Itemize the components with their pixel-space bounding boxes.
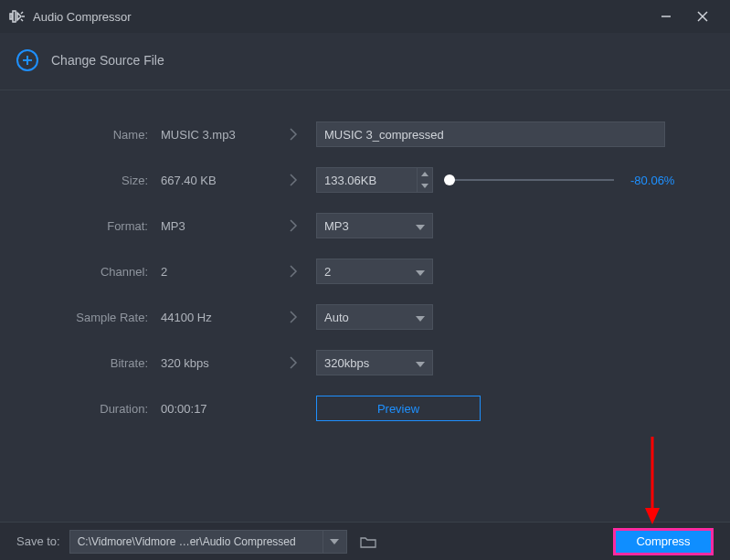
chevron-down-icon (416, 356, 425, 370)
save-to-label: Save to: (16, 534, 60, 548)
save-path-dropdown[interactable] (323, 530, 347, 554)
size-step-down[interactable] (418, 180, 432, 192)
preview-button[interactable]: Preview (316, 396, 481, 421)
svg-line-2 (21, 12, 23, 14)
row-duration: Duration: 00:00:17 Preview (24, 396, 706, 421)
arrow-icon (270, 356, 316, 369)
app-icon (9, 10, 26, 23)
label-format: Format: (24, 219, 161, 233)
plus-circle-icon (16, 49, 38, 71)
label-samplerate: Sample Rate: (24, 311, 161, 324)
svg-rect-0 (10, 14, 12, 19)
label-channel: Channel: (24, 265, 161, 279)
chevron-down-icon (416, 219, 425, 233)
browse-folder-button[interactable] (356, 530, 380, 554)
change-source-row[interactable]: Change Source File (0, 33, 730, 90)
annotation-arrow (643, 437, 661, 528)
current-name: MUSIC 3.mp3 (161, 128, 270, 142)
svg-line-3 (21, 19, 23, 21)
arrow-icon (270, 128, 316, 141)
current-size: 667.40 KB (161, 174, 270, 187)
save-path-display[interactable]: C:\Vidmore\Vidmore …er\Audio Compressed (69, 530, 323, 554)
channel-select-value: 2 (324, 265, 331, 279)
row-samplerate: Sample Rate: 44100 Hz Auto (24, 304, 706, 330)
settings-form: Name: MUSIC 3.mp3 Size: 667.40 KB -80.06… (0, 90, 730, 421)
name-input[interactable] (316, 122, 665, 147)
size-step-up[interactable] (418, 168, 432, 180)
arrow-icon (270, 311, 316, 323)
folder-icon (360, 535, 376, 548)
label-bitrate: Bitrate: (24, 356, 161, 370)
app-title: Audio Compressor (33, 10, 648, 24)
arrow-icon (270, 265, 316, 278)
current-format: MP3 (161, 219, 270, 233)
channel-select[interactable]: 2 (316, 259, 433, 284)
compress-button[interactable]: Compress (613, 528, 714, 555)
title-bar: Audio Compressor (0, 0, 730, 33)
row-size: Size: 667.40 KB -80.06% (24, 167, 706, 193)
bitrate-select[interactable]: 320kbps (316, 350, 433, 375)
size-slider[interactable] (444, 179, 614, 181)
label-name: Name: (24, 128, 161, 142)
size-input[interactable] (316, 167, 417, 193)
close-button[interactable] (684, 0, 721, 33)
label-duration: Duration: (24, 402, 161, 416)
format-select-value: MP3 (324, 219, 349, 233)
row-bitrate: Bitrate: 320 kbps 320kbps (24, 350, 706, 375)
format-select[interactable]: MP3 (316, 213, 433, 238)
size-slider-thumb[interactable] (444, 174, 455, 185)
row-channel: Channel: 2 2 (24, 259, 706, 284)
size-percent: -80.06% (630, 174, 674, 187)
samplerate-select[interactable]: Auto (316, 304, 433, 330)
current-channel: 2 (161, 265, 270, 279)
current-duration: 00:00:17 (161, 402, 270, 416)
label-size: Size: (24, 174, 161, 187)
size-spinner (316, 167, 433, 193)
chevron-down-icon (416, 311, 425, 324)
minimize-button[interactable] (648, 0, 684, 33)
bottom-bar: Save to: C:\Vidmore\Vidmore …er\Audio Co… (0, 522, 730, 560)
current-bitrate: 320 kbps (161, 356, 270, 370)
arrow-icon (270, 174, 316, 186)
samplerate-select-value: Auto (324, 311, 349, 324)
current-samplerate: 44100 Hz (161, 311, 270, 324)
svg-rect-1 (13, 11, 16, 22)
change-source-label: Change Source File (51, 53, 164, 68)
row-format: Format: MP3 MP3 (24, 213, 706, 238)
arrow-icon (270, 219, 316, 232)
bitrate-select-value: 320kbps (324, 356, 369, 370)
row-name: Name: MUSIC 3.mp3 (24, 122, 706, 147)
chevron-down-icon (416, 265, 425, 279)
